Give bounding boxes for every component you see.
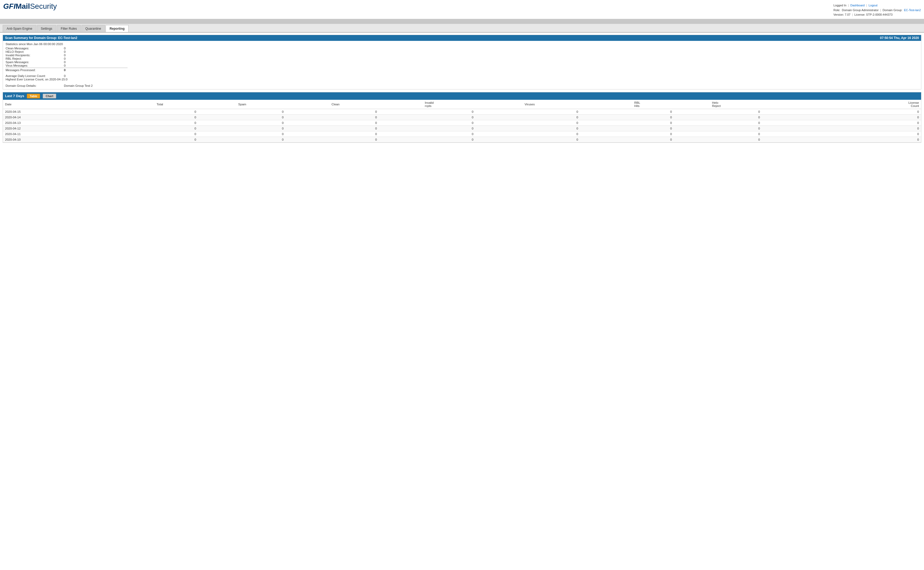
table-header-row: Date Total Spam Clean Invalidrcpts Virus…: [3, 100, 921, 109]
table-cell: 0: [632, 120, 710, 126]
table-cell: 0: [236, 120, 329, 126]
table-cell: 0: [710, 114, 808, 120]
table-cell: 0: [632, 131, 710, 137]
last7days-panel: Last 7 Days Table Chart Date Total Spam …: [3, 92, 921, 143]
table-cell: 0: [236, 109, 329, 114]
table-cell: 0: [329, 114, 423, 120]
domain-group-value: Domain Group Test 2: [64, 84, 93, 87]
col-rbl-hits: RBLHits: [632, 100, 710, 109]
stat-spam-messages: Spam Messages: 0: [6, 60, 918, 64]
table-cell: 0: [236, 137, 329, 142]
tab-quarantine[interactable]: Quarantine: [81, 25, 105, 32]
domain-group-label: Domain Group:: [883, 8, 903, 13]
domain-group-section: Domain Group Details: Domain Group Test …: [6, 84, 918, 87]
table-cell: 0: [710, 137, 808, 142]
table-cell: 0: [632, 137, 710, 142]
chart-view-tab[interactable]: Chart: [43, 93, 56, 98]
stats-since: Statistics since Mon Jan 06 00:00:00 202…: [6, 43, 918, 46]
table-row: 2020-04-1500000000: [3, 109, 921, 114]
scan-summary-body: Statistics since Mon Jan 06 00:00:00 202…: [3, 41, 921, 89]
domain-group-value[interactable]: EC-Test-lan2: [904, 8, 921, 13]
table-cell: 0: [329, 120, 423, 126]
stat-highest-license-value: 0: [66, 78, 142, 81]
navbar: Anti-Spam Engine Settings Filter Rules Q…: [0, 24, 924, 33]
last7days-title: Last 7 Days: [5, 94, 24, 98]
table-row: 2020-04-1300000000: [3, 120, 921, 126]
table-cell: 0: [522, 137, 632, 142]
tab-filter-rules[interactable]: Filter Rules: [57, 25, 81, 32]
tab-reporting[interactable]: Reporting: [105, 25, 128, 32]
stat-clean-messages: Clean Messages: 0: [6, 47, 918, 50]
last7days-header: Last 7 Days Table Chart: [3, 92, 921, 100]
stat-divider: [6, 67, 128, 68]
header: GFIMailSecurity Logged In | Dashboard | …: [0, 0, 924, 19]
col-viruses: Viruses: [522, 100, 632, 109]
stat-messages-processed: Messages Processed: 0: [6, 69, 918, 72]
stat-processed-value: 0: [64, 69, 140, 72]
table-cell: 0: [423, 131, 522, 137]
scan-summary-timestamp: 07:50:54 Thu, Apr 16 2020: [880, 36, 919, 40]
table-cell: 0: [154, 114, 236, 120]
col-spam: Spam: [236, 100, 329, 109]
table-cell: 0: [632, 109, 710, 114]
stat-spam-label: Spam Messages:: [6, 60, 64, 64]
role-label: Role:: [834, 8, 840, 13]
logo-gfi-text: GFI: [3, 2, 16, 11]
main-content: Scan Summary for Domain Group: EC-Test-l…: [0, 33, 924, 145]
table-row: 2020-04-1200000000: [3, 126, 921, 131]
role-row: Role: Domain Group Administrator | Domai…: [834, 8, 921, 13]
table-cell: 0: [808, 137, 921, 142]
stat-highest-license-label: Highest Ever License Count, on 2020-04-1…: [6, 78, 66, 81]
table-cell: 0: [710, 126, 808, 131]
table-cell: 0: [522, 126, 632, 131]
table-cell: 0: [423, 126, 522, 131]
tab-anti-spam-engine[interactable]: Anti-Spam Engine: [3, 25, 36, 32]
domain-group-label: Domain Group Details:: [6, 84, 64, 87]
stat-virus-label: Virus Messages:: [6, 64, 64, 67]
stat-invalid-recipients: Invalid Recipients: 0: [6, 54, 918, 57]
stat-clean-label: Clean Messages:: [6, 47, 64, 50]
table-cell: 0: [522, 120, 632, 126]
table-cell: 2020-04-10: [3, 137, 154, 142]
table-cell: 0: [154, 126, 236, 131]
table-cell: 0: [154, 131, 236, 137]
table-cell: 0: [632, 126, 710, 131]
table-cell: 0: [710, 109, 808, 114]
data-table: Date Total Spam Clean Invalidrcpts Virus…: [3, 100, 921, 142]
stat-rbl-value: 0: [64, 57, 140, 60]
table-view-tab[interactable]: Table: [27, 93, 40, 98]
license-section: Average Daily License Count: 0 Highest E…: [6, 74, 918, 81]
table-cell: 0: [522, 109, 632, 114]
sep2: |: [866, 3, 867, 8]
logout-link[interactable]: Logout: [869, 3, 878, 8]
table-cell: 2020-04-15: [3, 109, 154, 114]
table-cell: 0: [154, 137, 236, 142]
table-cell: 0: [236, 131, 329, 137]
domain-group-row: Domain Group Details: Domain Group Test …: [6, 84, 918, 87]
stat-avg-license-label: Average Daily License Count:: [6, 74, 64, 78]
table-cell: 0: [808, 109, 921, 114]
sep4: |: [852, 12, 853, 17]
table-cell: 0: [423, 120, 522, 126]
stat-virus-messages: Virus Messages: 0: [6, 64, 918, 67]
table-cell: 0: [236, 114, 329, 120]
table-cell: 0: [710, 120, 808, 126]
stat-helo-value: 0: [64, 50, 140, 53]
dashboard-link[interactable]: Dashboard: [850, 3, 864, 8]
version-label: Version: 7.07: [834, 12, 851, 17]
table-cell: 2020-04-11: [3, 131, 154, 137]
stat-invalid-value: 0: [64, 54, 140, 57]
table-cell: 0: [808, 131, 921, 137]
stat-rbl-reject: RBL Reject: 0: [6, 57, 918, 60]
table-cell: 2020-04-14: [3, 114, 154, 120]
col-license-count: LicenseCount: [808, 100, 921, 109]
header-info: Logged In | Dashboard | Logout Role: Dom…: [834, 2, 921, 17]
stat-helo-label: HELO Reject:: [6, 50, 64, 53]
logo-mail-text: Mail: [16, 2, 30, 11]
table-cell: 0: [808, 114, 921, 120]
tab-settings[interactable]: Settings: [37, 25, 56, 32]
stat-processed-label: Messages Processed:: [6, 69, 64, 72]
logo: GFIMailSecurity: [3, 2, 57, 11]
scan-summary-header: Scan Summary for Domain Group: EC-Test-l…: [3, 35, 921, 41]
table-cell: 0: [236, 126, 329, 131]
